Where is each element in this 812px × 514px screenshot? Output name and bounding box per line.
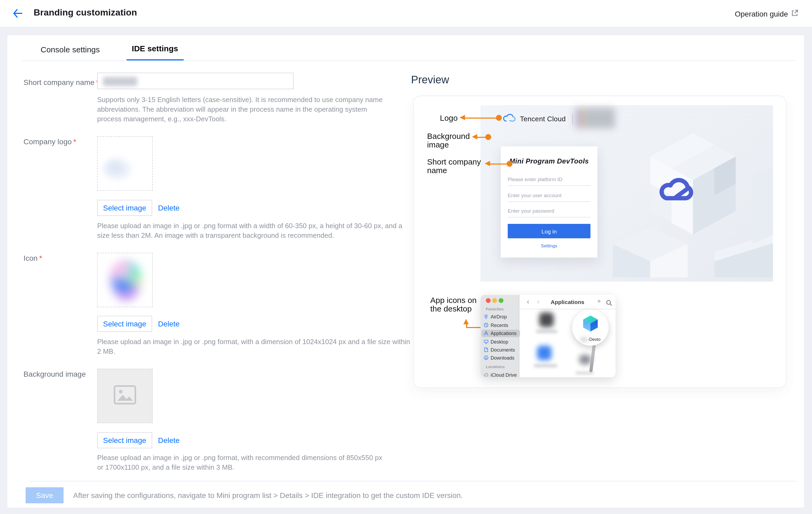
finder-locations-header: Locations <box>486 364 505 369</box>
finder-window-title: Applications <box>519 299 615 305</box>
tencent-cloud-wordmark: Tencent Cloud <box>520 115 566 123</box>
icon-select-image-button[interactable]: Select image <box>97 316 152 332</box>
sidebar-item-icloud-drive[interactable]: iCloud Drive <box>484 371 518 377</box>
required-asterisk: * <box>74 137 76 146</box>
company-logo-delete-link[interactable]: Delete <box>158 204 180 212</box>
background-image-help: Please upload an image in .jpg or .png f… <box>97 453 388 472</box>
magnified-app-label: -Devto <box>572 337 609 342</box>
user-account-field[interactable]: Enter your user account <box>508 192 590 202</box>
tab-divider <box>21 60 795 61</box>
downloads-icon <box>484 355 489 361</box>
background-delete-link[interactable]: Delete <box>158 436 180 444</box>
top-bar: Branding customization Operation guide <box>0 0 812 27</box>
finder-toolbar: ‹ › Applications » <box>519 295 615 309</box>
company-logo-select-image-button[interactable]: Select image <box>97 200 152 216</box>
redacted-app-icon <box>108 260 143 301</box>
save-note: After saving the configurations, navigat… <box>73 491 463 499</box>
background-image-label: Background image <box>24 370 86 378</box>
custom-ide-cube-logo-icon <box>582 315 599 332</box>
annotation-logo: Logo <box>440 114 458 123</box>
applications-icon <box>484 330 489 336</box>
save-button[interactable]: Save <box>26 487 63 503</box>
close-traffic-light-icon[interactable] <box>486 298 491 303</box>
page-title: Branding customization <box>34 7 137 18</box>
external-link-icon <box>791 9 799 18</box>
tab-console-settings[interactable]: Console settings <box>35 45 105 60</box>
sidebar-item-applications[interactable]: Applications <box>482 330 520 337</box>
finder-favorites-header: Favorites <box>486 307 504 312</box>
icon-upload-box[interactable] <box>97 253 153 307</box>
footer-divider <box>29 481 796 481</box>
short-name-arrow-dot <box>506 161 513 167</box>
blurred-app-icon-system-settings <box>539 313 554 327</box>
logo-arrow-dot <box>496 115 502 121</box>
sidebar-item-desktop[interactable]: Desktop <box>484 338 518 346</box>
tencent-cloud-logo-icon <box>502 113 516 125</box>
back-arrow-icon[interactable] <box>12 8 23 18</box>
blurred-app-label <box>536 330 557 333</box>
short-company-name-help: Supports only 3-15 English letters (case… <box>97 95 388 124</box>
ide-login-title: Mini Program DevTools <box>501 157 598 165</box>
operation-guide-label: Operation guide <box>735 9 788 18</box>
settings-link[interactable]: Settings <box>501 243 598 248</box>
sidebar-item-airdrop[interactable]: AirDrop <box>484 313 518 321</box>
tab-ide-settings[interactable]: IDE settings <box>126 44 183 61</box>
operation-guide-link[interactable]: Operation guide <box>735 9 799 18</box>
ide-login-card: Mini Program DevTools Please enter platf… <box>501 146 598 258</box>
image-placeholder-icon <box>114 385 136 407</box>
redacted-company-logo <box>102 157 133 181</box>
search-icon[interactable] <box>606 299 612 308</box>
icon-label: Icon* <box>24 254 42 262</box>
annotation-app-icons: App icons on the desktop <box>430 296 482 313</box>
log-in-button[interactable]: Log in <box>508 224 590 238</box>
maximize-traffic-light-icon[interactable] <box>499 298 503 303</box>
decorative-3d-cubes <box>613 117 773 277</box>
short-name-arrow-line <box>489 163 508 165</box>
branding-customization-page: Branding customization Operation guide C… <box>0 0 812 514</box>
brand-separator <box>572 113 573 124</box>
redacted-company-name-value <box>103 77 137 86</box>
finder-sidebar: Favorites AirDrop Recents Applications D… <box>481 295 519 377</box>
airdrop-icon <box>484 314 489 320</box>
icon-help: Please upload an image in .jpg or .png f… <box>97 337 413 356</box>
sidebar-item-documents[interactable]: Documents <box>484 346 518 354</box>
annotation-background-image: Background image <box>427 132 477 149</box>
background-select-image-button[interactable]: Select image <box>97 432 152 448</box>
required-asterisk: * <box>39 254 42 262</box>
icloud-drive-icon <box>484 372 489 377</box>
desktop-icon <box>484 339 489 345</box>
recents-icon <box>484 322 489 328</box>
blurred-app-label <box>534 364 557 367</box>
preview-heading: Preview <box>411 74 449 86</box>
sidebar-item-downloads[interactable]: Downloads <box>484 354 518 362</box>
platform-id-field[interactable]: Please enter platform ID <box>508 176 590 186</box>
logo-arrow-line <box>464 117 498 118</box>
icon-delete-link[interactable]: Delete <box>158 320 180 328</box>
company-logo-help: Please upload an image in .jpg or .png f… <box>97 221 412 240</box>
redacted-partner-logo <box>576 108 615 128</box>
hero-brand-row: Tencent Cloud <box>502 113 575 125</box>
short-company-name-input[interactable] <box>97 73 294 89</box>
blurred-app-icon-partial <box>579 355 591 364</box>
short-company-name-label: Short company name* <box>24 78 99 86</box>
password-field[interactable]: Enter your password <box>508 208 590 217</box>
finder-window-preview: Favorites AirDrop Recents Applications D… <box>481 295 615 377</box>
minimize-traffic-light-icon[interactable] <box>492 298 497 303</box>
blurred-app-icon-blue <box>537 346 551 360</box>
company-logo-upload-box[interactable] <box>97 136 153 191</box>
background-image-upload-box[interactable] <box>97 369 153 423</box>
tab-bar: Console settings IDE settings <box>35 44 183 60</box>
sidebar-item-recents[interactable]: Recents <box>484 322 518 329</box>
finder-more-icon[interactable]: » <box>598 298 601 304</box>
annotation-short-company-name: Short company name <box>427 158 487 175</box>
documents-icon <box>484 347 489 353</box>
background-arrow-dot <box>485 134 491 140</box>
company-logo-label: Company logo* <box>24 137 76 146</box>
blurred-label-prefix <box>580 338 588 342</box>
magnified-app-icon-circle: -Devto <box>572 309 609 346</box>
